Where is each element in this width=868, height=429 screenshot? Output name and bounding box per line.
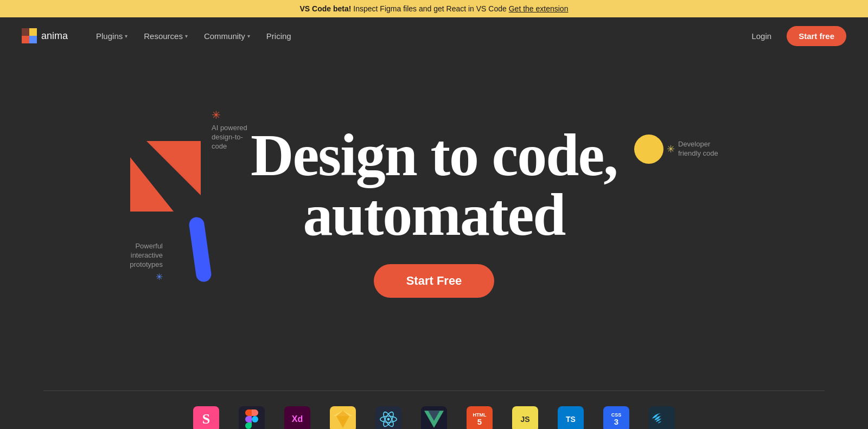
- css3-icon: CSS 3: [603, 406, 629, 429]
- plugins-chevron-icon: ▾: [125, 33, 127, 39]
- nav-links: Plugins ▾ Resources ▾ Community ▾ Pricin…: [90, 27, 745, 45]
- svg-rect-0: [22, 36, 29, 43]
- storybook-icon: S: [193, 406, 219, 429]
- typescript-icon: TS: [558, 406, 584, 429]
- tech-icons-row: S Xd HTML: [0, 391, 868, 429]
- login-button[interactable]: Login: [745, 27, 778, 45]
- dev-friendly-decoration: ✳ Developer friendly code: [634, 135, 727, 164]
- figma-icon: [239, 406, 265, 429]
- nav-pricing[interactable]: Pricing: [260, 27, 298, 45]
- react-icon: [375, 406, 401, 429]
- nav-resources[interactable]: Resources ▾: [137, 27, 194, 45]
- svg-rect-3: [22, 28, 29, 36]
- navbar: anima Plugins ▾ Resources ▾ Community ▾ …: [0, 17, 868, 54]
- nav-community[interactable]: Community ▾: [197, 27, 257, 45]
- svg-marker-5: [146, 141, 201, 195]
- ai-powered-label: AI powered design-to-code: [212, 124, 255, 151]
- banner-bold-text: VS Code beta!: [300, 4, 352, 13]
- ai-powered-decoration: ✳ AI powered design-to-code: [212, 108, 255, 151]
- blue-pill-decoration: [188, 216, 212, 283]
- logo-icon: [22, 28, 37, 43]
- html5-icon: HTML 5: [467, 406, 493, 429]
- logo-text: anima: [41, 30, 68, 42]
- svg-point-14: [387, 418, 390, 421]
- top-banner: VS Code beta! Inspect Figma files and ge…: [0, 0, 868, 17]
- proto-decoration: Powerful interactive prototypes ✳: [108, 242, 163, 282]
- svg-rect-2: [29, 36, 37, 43]
- hero-cta: Start Free: [374, 264, 495, 298]
- logo[interactable]: anima: [22, 28, 68, 43]
- star-icon-ai: ✳: [212, 108, 221, 121]
- nav-plugins[interactable]: Plugins ▾: [90, 27, 134, 45]
- sketch-icon: [330, 406, 356, 429]
- vue-icon: [421, 406, 447, 429]
- community-chevron-icon: ▾: [247, 33, 250, 39]
- star-icon-proto: ✳: [156, 272, 163, 282]
- star-icon-dev: ✳: [667, 143, 675, 155]
- dev-friendly-label: Developer friendly code: [678, 140, 727, 158]
- tailwind-icon: [649, 406, 675, 429]
- hero-section: ✳ AI powered design-to-code ✳ Developer …: [0, 54, 868, 390]
- svg-rect-1: [29, 28, 37, 36]
- javascript-icon: JS: [512, 406, 538, 429]
- red-decorative-shape: [130, 141, 201, 212]
- hero-start-free-button[interactable]: Start Free: [374, 264, 495, 298]
- start-free-button[interactable]: Start free: [787, 26, 846, 46]
- nav-right: Login Start free: [745, 26, 846, 46]
- proto-label: Powerful interactive prototypes: [108, 242, 163, 270]
- xd-icon: Xd: [284, 406, 310, 429]
- yellow-circle-icon: [634, 135, 663, 164]
- hero-title: Design to code, automated: [251, 125, 617, 245]
- banner-link[interactable]: Get the extension: [509, 4, 569, 13]
- resources-chevron-icon: ▾: [185, 33, 188, 39]
- svg-marker-4: [130, 157, 174, 212]
- banner-normal-text: Inspect Figma files and get React in VS …: [353, 4, 508, 13]
